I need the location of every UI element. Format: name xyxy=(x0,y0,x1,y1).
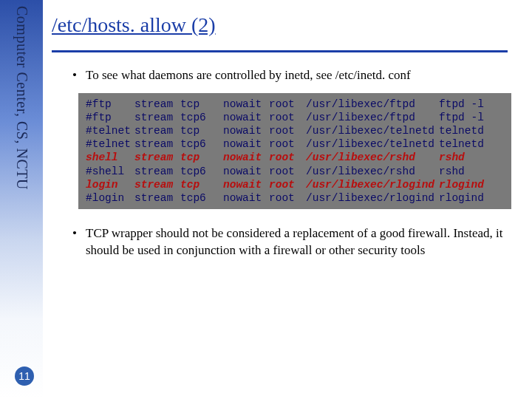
code-cell: tcp6 xyxy=(180,137,223,151)
title-divider xyxy=(52,50,508,52)
code-cell: tcp6 xyxy=(180,191,223,205)
code-cell: telnetd xyxy=(439,124,504,137)
code-cell: nowait xyxy=(223,178,269,191)
slide-content: /etc/hosts. allow (2) • To see what daem… xyxy=(52,0,525,399)
code-cell: root xyxy=(269,178,306,191)
code-cell: stream xyxy=(134,124,180,137)
code-cell: root xyxy=(269,191,306,205)
code-cell: root xyxy=(269,137,306,151)
code-cell: stream xyxy=(134,191,180,205)
code-cell: root xyxy=(269,111,306,124)
code-cell: /usr/libexec/ftpd xyxy=(306,111,439,124)
code-cell: stream xyxy=(134,178,180,191)
bullet-dot-icon: • xyxy=(72,225,86,259)
code-row: #telnetstreamtcp6nowaitroot/usr/libexec/… xyxy=(86,137,504,151)
bullet-list: • TCP wrapper should not be considered a… xyxy=(72,225,510,259)
bullet-list: • To see what daemons are controlled by … xyxy=(72,67,510,84)
code-row: loginstreamtcpnowaitroot/usr/libexec/rlo… xyxy=(86,178,504,191)
bullet-text: To see what daemons are controlled by in… xyxy=(86,67,411,84)
code-cell: nowait xyxy=(223,165,269,178)
code-cell: stream xyxy=(134,165,180,178)
code-row: #shellstreamtcp6nowaitroot/usr/libexec/r… xyxy=(86,165,504,178)
code-cell: stream xyxy=(134,98,180,111)
code-cell: nowait xyxy=(223,98,269,111)
code-cell: stream xyxy=(134,137,180,151)
code-cell: telnetd xyxy=(439,137,504,151)
code-cell: nowait xyxy=(223,151,269,164)
code-cell: /usr/libexec/telnetd xyxy=(306,137,439,151)
code-row: #loginstreamtcp6nowaitroot/usr/libexec/r… xyxy=(86,191,504,205)
bullet-dot-icon: • xyxy=(72,67,86,84)
code-cell: shell xyxy=(86,151,134,164)
code-cell: rshd xyxy=(439,165,504,178)
sidebar: Computer Center, CS, NCTU xyxy=(0,0,43,399)
code-cell: /usr/libexec/telnetd xyxy=(306,124,439,137)
code-cell: ftpd -l xyxy=(439,111,504,124)
code-cell: root xyxy=(269,98,306,111)
code-cell: tcp xyxy=(180,178,223,191)
code-cell: tcp6 xyxy=(180,111,223,124)
code-block: #ftpstreamtcpnowaitroot/usr/libexec/ftpd… xyxy=(78,93,511,209)
code-cell: tcp xyxy=(180,124,223,137)
code-cell: #telnet xyxy=(86,137,134,151)
code-cell: #telnet xyxy=(86,124,134,137)
code-row: #ftpstreamtcp6nowaitroot/usr/libexec/ftp… xyxy=(86,111,504,124)
code-cell: nowait xyxy=(223,111,269,124)
code-cell: tcp xyxy=(180,98,223,111)
code-cell: nowait xyxy=(223,124,269,137)
code-cell: #ftp xyxy=(86,111,134,124)
page-title: /etc/hosts. allow (2) xyxy=(52,13,517,37)
code-cell: stream xyxy=(134,111,180,124)
code-cell: /usr/libexec/rshd xyxy=(306,151,439,164)
code-cell: nowait xyxy=(223,191,269,205)
code-cell: /usr/libexec/rlogind xyxy=(306,178,439,191)
code-cell: #shell xyxy=(86,165,134,178)
code-cell: rshd xyxy=(439,151,504,164)
code-cell: tcp6 xyxy=(180,165,223,178)
code-cell: root xyxy=(269,165,306,178)
code-cell: rlogind xyxy=(439,178,504,191)
code-cell: rlogind xyxy=(439,191,504,205)
code-cell: root xyxy=(269,151,306,164)
code-row: #telnetstreamtcpnowaitroot/usr/libexec/t… xyxy=(86,124,504,137)
code-cell: /usr/libexec/rshd xyxy=(306,165,439,178)
bullet-item: • To see what daemons are controlled by … xyxy=(72,67,510,84)
bullet-text: TCP wrapper should not be considered a r… xyxy=(86,225,510,259)
code-row: #ftpstreamtcpnowaitroot/usr/libexec/ftpd… xyxy=(86,98,504,111)
code-row: shellstreamtcpnowaitroot/usr/libexec/rsh… xyxy=(86,151,504,164)
page-number: 11 xyxy=(15,366,34,386)
code-cell: login xyxy=(86,178,134,191)
code-cell: ftpd -l xyxy=(439,98,504,111)
sidebar-label: Computer Center, CS, NCTU xyxy=(13,6,30,190)
code-cell: #login xyxy=(86,191,134,205)
code-cell: nowait xyxy=(223,137,269,151)
bullet-item: • TCP wrapper should not be considered a… xyxy=(72,225,510,259)
code-cell: tcp xyxy=(180,151,223,164)
code-cell: stream xyxy=(134,151,180,164)
code-cell: #ftp xyxy=(86,98,134,111)
code-cell: root xyxy=(269,124,306,137)
code-cell: /usr/libexec/ftpd xyxy=(306,98,439,111)
code-cell: /usr/libexec/rlogind xyxy=(306,191,439,205)
